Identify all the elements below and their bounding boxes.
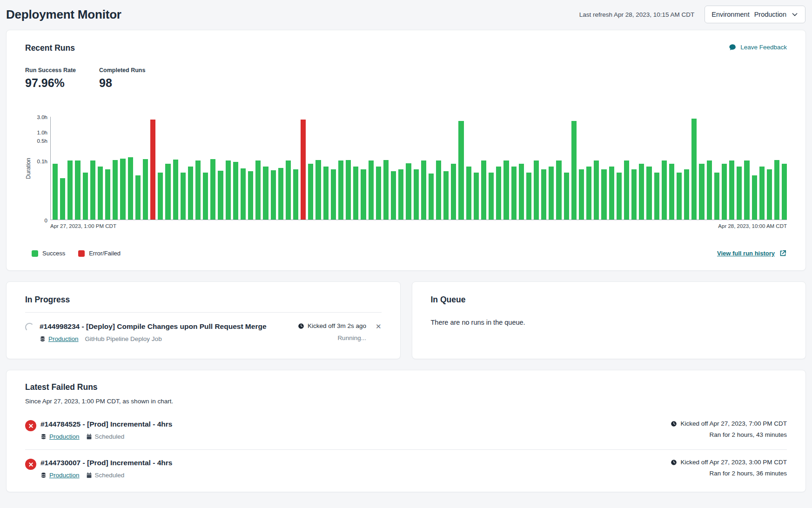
run-bar-success[interactable] [353, 167, 358, 220]
run-bar-error[interactable] [150, 120, 155, 220]
run-bar-success[interactable] [135, 175, 141, 220]
run-bar-success[interactable] [383, 160, 389, 220]
run-bar-success[interactable] [579, 169, 584, 220]
run-bar-success[interactable] [534, 160, 539, 220]
run-bar-success[interactable] [346, 160, 351, 220]
run-bar-success[interactable] [278, 168, 283, 220]
run-bar-error[interactable] [301, 120, 306, 220]
run-bar-success[interactable] [429, 174, 434, 220]
run-bar-success[interactable] [255, 160, 261, 220]
environment-link[interactable]: Production [40, 433, 80, 440]
run-bar-success[interactable] [714, 173, 719, 220]
run-bar-success[interactable] [195, 160, 201, 220]
run-bar-success[interactable] [308, 164, 313, 220]
run-bar-success[interactable] [474, 173, 479, 220]
run-bar-success[interactable] [699, 164, 704, 220]
run-bar-success[interactable] [617, 173, 622, 220]
run-bar-success[interactable] [526, 173, 531, 220]
run-bar-success[interactable] [323, 167, 329, 220]
run-bar-success[interactable] [233, 162, 238, 220]
run-bar-success[interactable] [759, 167, 765, 220]
run-bar-success[interactable] [75, 160, 80, 220]
run-bar-success[interactable] [774, 160, 779, 220]
run-bar-success[interactable] [98, 167, 103, 220]
run-bar-success[interactable] [752, 175, 757, 220]
run-bar-success[interactable] [466, 167, 471, 220]
run-bar-success[interactable] [293, 169, 298, 220]
run-bar-success[interactable] [451, 164, 456, 220]
run-bar-success[interactable] [782, 164, 787, 220]
run-bar-success[interactable] [113, 160, 118, 220]
run-bar-success[interactable] [662, 160, 667, 220]
run-bar-success[interactable] [722, 164, 727, 220]
run-bar-success[interactable] [203, 173, 208, 220]
run-bar-success[interactable] [556, 160, 561, 220]
run-bar-success[interactable] [210, 159, 215, 220]
run-bar-success[interactable] [226, 160, 231, 220]
run-bar-success[interactable] [414, 169, 419, 220]
run-bar-success[interactable] [67, 160, 73, 220]
run-bar-success[interactable] [646, 167, 651, 220]
leave-feedback-link[interactable]: Leave Feedback [729, 43, 787, 51]
run-bar-success[interactable] [105, 169, 110, 220]
run-bar-success[interactable] [158, 173, 163, 220]
run-bar-success[interactable] [165, 164, 170, 220]
run-bar-success[interactable] [421, 160, 426, 220]
run-bar-success[interactable] [331, 169, 336, 220]
run-bar-success[interactable] [669, 164, 674, 220]
run-bar-success[interactable] [53, 164, 58, 220]
close-icon[interactable]: ✕ [376, 323, 382, 330]
run-bar-success[interactable] [601, 169, 606, 220]
run-bar-success[interactable] [707, 160, 712, 220]
run-bar-success[interactable] [181, 173, 186, 220]
view-full-run-history-link[interactable]: View full run history [717, 249, 787, 257]
run-bar-success[interactable] [631, 169, 637, 220]
run-bar-success[interactable] [120, 159, 125, 220]
run-bar-success[interactable] [376, 167, 381, 220]
run-bar-success[interactable] [188, 167, 193, 220]
run-bar-success[interactable] [639, 164, 644, 220]
run-bar-success[interactable] [654, 173, 659, 220]
run-bar-success[interactable] [361, 169, 366, 220]
run-bar-success[interactable] [767, 169, 772, 220]
run-bar-success[interactable] [729, 160, 734, 220]
run-bar-success[interactable] [684, 169, 689, 220]
run-bar-success[interactable] [594, 160, 599, 220]
run-bar-success[interactable] [90, 160, 95, 220]
run-bar-success[interactable] [744, 160, 749, 220]
run-bar-success[interactable] [436, 160, 441, 220]
environment-dropdown[interactable]: Environment Production [705, 6, 805, 23]
environment-link[interactable]: Production [40, 335, 79, 342]
run-bar-success[interactable] [519, 164, 524, 220]
run-bar-success[interactable] [271, 170, 276, 220]
run-bar-success[interactable] [586, 167, 591, 220]
run-bar-success[interactable] [248, 171, 253, 220]
run-bar-success[interactable] [458, 121, 463, 220]
run-bar-success[interactable] [315, 160, 321, 220]
run-bar-success[interactable] [218, 171, 223, 220]
run-bar-success[interactable] [624, 160, 629, 220]
run-bar-success[interactable] [443, 171, 449, 220]
run-bar-success[interactable] [173, 160, 178, 220]
environment-link[interactable]: Production [40, 472, 80, 479]
run-bar-success[interactable] [369, 160, 374, 220]
run-bar-success[interactable] [564, 173, 569, 220]
run-bar-success[interactable] [677, 173, 682, 220]
run-bar-success[interactable] [503, 160, 509, 220]
run-bar-success[interactable] [143, 159, 148, 220]
run-bar-success[interactable] [286, 160, 291, 220]
run-bar-success[interactable] [83, 173, 88, 220]
run-bar-success[interactable] [338, 160, 343, 220]
run-bar-success[interactable] [481, 160, 486, 220]
run-bar-success[interactable] [511, 167, 517, 220]
run-bar-success[interactable] [489, 173, 494, 220]
run-bar-success[interactable] [128, 157, 133, 220]
run-bar-success[interactable] [241, 168, 246, 220]
run-bar-success[interactable] [737, 167, 742, 220]
run-bar-success[interactable] [398, 169, 403, 220]
run-bar-success[interactable] [609, 167, 614, 220]
run-bar-success[interactable] [60, 178, 65, 220]
run-bar-success[interactable] [691, 119, 697, 220]
run-bar-success[interactable] [549, 167, 554, 220]
run-bar-success[interactable] [496, 167, 501, 220]
